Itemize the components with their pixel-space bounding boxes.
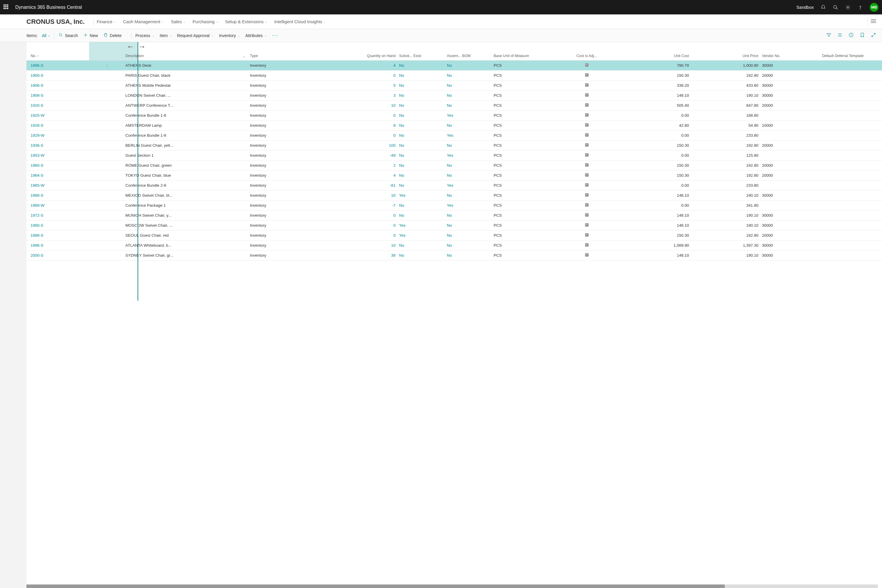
table-row[interactable]: 1988-SSEOUL Guest Chair, redInventory0Ye… [27, 230, 882, 240]
qty-on-hand[interactable]: -49 [316, 150, 397, 160]
col-header-vendor[interactable]: Vendor No. [760, 42, 820, 60]
substi-exist[interactable]: No [397, 70, 445, 80]
qty-on-hand[interactable]: -81 [316, 180, 397, 190]
request-approval-menu[interactable]: Request Approval⌄ [177, 33, 214, 38]
assembly-bom[interactable]: No [445, 90, 492, 100]
column-resize-line[interactable] [138, 42, 138, 301]
qty-on-hand[interactable]: 38 [316, 250, 397, 260]
item-no-link[interactable]: 1929-W [27, 130, 104, 140]
substi-exist[interactable]: No [397, 90, 445, 100]
cost-adjusted-checkbox[interactable] [567, 140, 606, 150]
table-row[interactable]: 1964-STOKYO Guest Chair, blueInventory4N… [27, 170, 882, 180]
company-name[interactable]: CRONUS USA, Inc. [27, 18, 85, 26]
table-row[interactable]: 1953-WGuest Section 1Inventory-49NoYesPC… [27, 150, 882, 160]
process-menu[interactable]: Process⌄ [135, 33, 154, 38]
table-row[interactable]: 1900-SPARIS Guest Chair, blackInventory0… [27, 70, 882, 80]
cost-adjusted-checkbox[interactable] [567, 220, 606, 230]
item-description[interactable]: LONDON Swivel Chair, ... [123, 90, 247, 100]
item-no-link[interactable]: 1996-S [27, 240, 104, 250]
item-description[interactable]: ANTWERP Conference T... [123, 100, 247, 110]
qty-on-hand[interactable]: 0 [316, 220, 397, 230]
assembly-bom[interactable]: No [445, 190, 492, 200]
assembly-bom[interactable]: No [445, 70, 492, 80]
qty-on-hand[interactable]: 4 [316, 60, 397, 70]
substi-exist[interactable]: Yes [397, 230, 445, 240]
assembly-bom[interactable]: No [445, 140, 492, 150]
assembly-bom[interactable]: No [445, 240, 492, 250]
item-description[interactable]: SYDNEY Swivel Chair, gr... [123, 250, 247, 260]
substi-exist[interactable]: No [397, 120, 445, 130]
assembly-bom[interactable]: No [445, 170, 492, 180]
cost-adjusted-checkbox[interactable] [567, 250, 606, 260]
item-no-link[interactable]: 1965-W [27, 180, 104, 190]
assembly-bom[interactable]: Yes [445, 180, 492, 190]
table-row[interactable]: 1996-SATLANTA Whiteboard, b...Inventory1… [27, 240, 882, 250]
item-description[interactable]: MEXICO Swivel Chair, bl... [123, 190, 247, 200]
item-description[interactable]: SEOUL Guest Chair, red [123, 230, 247, 240]
assembly-bom[interactable]: No [445, 220, 492, 230]
col-header-assem[interactable]: Assem... BOM [445, 42, 492, 60]
cost-adjusted-checkbox[interactable] [567, 80, 606, 90]
substi-exist[interactable]: No [397, 180, 445, 190]
qty-on-hand[interactable]: 0 [316, 230, 397, 240]
item-description[interactable]: AMSTERDAM Lamp [123, 120, 247, 130]
table-row[interactable]: 1896-S⋮ATHENS DeskInventory4NoNoPCS780.7… [27, 60, 882, 70]
item-description[interactable]: Conference Bundle 1-6 [123, 110, 247, 120]
col-header-uom[interactable]: Base Unit of Measure [492, 42, 567, 60]
table-row[interactable]: 1928-SAMSTERDAM LampInventory8NoNoPCS42.… [27, 120, 882, 130]
assembly-bom[interactable]: No [445, 120, 492, 130]
hamburger-menu-icon[interactable] [871, 19, 876, 24]
item-no-link[interactable]: 1936-S [27, 140, 104, 150]
cost-adjusted-checkbox[interactable] [567, 100, 606, 110]
assembly-bom[interactable]: Yes [445, 130, 492, 140]
assembly-bom[interactable]: Yes [445, 200, 492, 210]
assembly-bom[interactable]: No [445, 210, 492, 220]
search-action[interactable]: Search [58, 33, 78, 38]
item-menu[interactable]: Item⌄ [160, 33, 172, 38]
inventory-menu[interactable]: Inventory⌄ [219, 33, 240, 38]
col-header-no[interactable]: No. ↑ [27, 42, 104, 60]
table-row[interactable]: 1920-SANTWERP Conference T...Inventory10… [27, 100, 882, 110]
table-row[interactable]: 1929-WConference Bundle 1-8Inventory0NoY… [27, 130, 882, 140]
table-row[interactable]: 1980-SMOSCOW Swivel Chair, ...Inventory0… [27, 220, 882, 230]
cost-adjusted-checkbox[interactable] [567, 180, 606, 190]
qty-on-hand[interactable]: 100 [316, 140, 397, 150]
item-description[interactable]: ATLANTA Whiteboard, b... [123, 240, 247, 250]
table-row[interactable]: 1925-WConference Bundle 1-6Inventory0NoY… [27, 110, 882, 120]
search-icon[interactable] [832, 4, 838, 10]
item-no-link[interactable]: 1960-S [27, 160, 104, 170]
item-description[interactable]: PARIS Guest Chair, black [123, 70, 247, 80]
substi-exist[interactable]: No [397, 60, 445, 70]
notifications-icon[interactable] [820, 4, 826, 10]
help-icon[interactable] [857, 4, 863, 10]
item-description[interactable]: ROME Guest Chair, green [123, 160, 247, 170]
item-description[interactable]: MOSCOW Swivel Chair, ... [123, 220, 247, 230]
item-no-link[interactable]: 1953-W [27, 150, 104, 160]
table-row[interactable]: 1965-WConference Bundle 2-8Inventory-81N… [27, 180, 882, 190]
qty-on-hand[interactable]: 5 [316, 80, 397, 90]
cost-adjusted-checkbox[interactable] [567, 200, 606, 210]
substi-exist[interactable]: No [397, 170, 445, 180]
cost-adjusted-checkbox[interactable] [567, 130, 606, 140]
item-no-link[interactable]: 1972-S [27, 210, 104, 220]
qty-on-hand[interactable]: 0 [316, 70, 397, 80]
cost-adjusted-checkbox[interactable] [567, 60, 606, 70]
attributes-menu[interactable]: Attributes⌄ [245, 33, 267, 38]
cost-adjusted-checkbox[interactable] [567, 110, 606, 120]
substi-exist[interactable]: No [397, 130, 445, 140]
qty-on-hand[interactable]: 10 [316, 100, 397, 110]
col-header-substi[interactable]: Substi... Exist [397, 42, 445, 60]
table-row[interactable]: 2000-SSYDNEY Swivel Chair, gr...Inventor… [27, 250, 882, 260]
filter-pane-icon[interactable] [826, 32, 831, 39]
item-no-link[interactable]: 1968-S [27, 190, 104, 200]
qty-on-hand[interactable]: 2 [316, 160, 397, 170]
substi-exist[interactable]: Yes [397, 190, 445, 200]
item-description[interactable]: BERLIN Guest Chair, yell... [123, 140, 247, 150]
item-no-link[interactable]: 1928-S [27, 120, 104, 130]
item-no-link[interactable]: 1920-S [27, 100, 104, 110]
assembly-bom[interactable]: No [445, 250, 492, 260]
table-row[interactable]: 1908-SLONDON Swivel Chair, ...Inventory3… [27, 90, 882, 100]
qty-on-hand[interactable]: 0 [316, 210, 397, 220]
cost-adjusted-checkbox[interactable] [567, 160, 606, 170]
substi-exist[interactable]: No [397, 240, 445, 250]
